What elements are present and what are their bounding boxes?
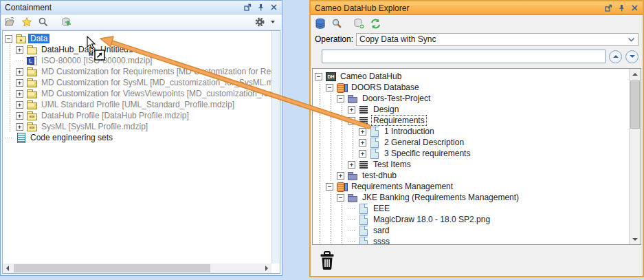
tree-row[interactable]: +1 Introduction — [315, 126, 641, 137]
tree-label[interactable]: UML Standard Profile [UML_Standard_Profi… — [39, 100, 236, 109]
search-down-button[interactable] — [625, 50, 639, 63]
tree-row[interactable]: +MD Customization for ViewsViewpoints [M… — [5, 88, 280, 99]
tree-label[interactable]: JKE Banking (Requirements Management) — [360, 193, 521, 202]
search-up-button[interactable] — [609, 50, 622, 63]
tree-row[interactable]: +MD Customization for SysML [MD_customiz… — [5, 77, 280, 88]
tree-label[interactable]: 3 Specific requirements — [382, 149, 472, 158]
tree-row[interactable]: ssss — [315, 236, 641, 245]
tree-row[interactable]: sard — [315, 225, 641, 236]
tree-label[interactable]: test-dhub — [360, 171, 399, 180]
expander-minus-icon[interactable]: − — [326, 183, 333, 191]
horizontal-scrollbar[interactable] — [3, 263, 271, 273]
search-icon[interactable] — [36, 16, 50, 28]
tree-row[interactable]: +DataHub Profile [DataHub Profile.mdzip] — [5, 110, 280, 121]
tree-label[interactable]: SysML [SysML Profile.mdzip] — [39, 122, 150, 131]
tree-label[interactable]: ssss — [371, 237, 392, 245]
tree-label[interactable]: ISO-80000 [ISO-80000.mdzip] — [39, 56, 154, 65]
tree-label[interactable]: Test Items — [371, 160, 413, 169]
tree-row[interactable]: +test-dhub — [315, 170, 641, 181]
tree-label[interactable]: Design — [371, 105, 401, 114]
tree-label[interactable]: DOORS Database — [349, 83, 421, 92]
tree-row[interactable]: ISO-80000 [ISO-80000.mdzip] — [5, 55, 280, 66]
tree-label[interactable]: Code engineering sets — [28, 133, 115, 142]
tree-label[interactable]: Requirements Management — [349, 182, 455, 191]
tree-row[interactable]: +Test Items — [315, 159, 641, 170]
tree-row[interactable]: −Requirements — [315, 115, 641, 126]
tree-row[interactable]: −JKE Banking (Requirements Management) — [315, 192, 641, 203]
operation-dropdown[interactable]: Copy Data with Sync — [356, 33, 639, 46]
tree-label[interactable]: MD Customization for SysML [MD_customiza… — [39, 78, 280, 87]
expander-plus-icon[interactable]: + — [359, 128, 366, 136]
gear-menu-caret-icon[interactable] — [269, 16, 276, 28]
expander-minus-icon[interactable]: − — [337, 95, 344, 103]
expander-minus-icon[interactable]: − — [337, 194, 344, 202]
vertical-scrollbar-track[interactable] — [271, 31, 280, 263]
expander-plus-icon[interactable]: + — [16, 90, 23, 98]
search-input[interactable] — [322, 50, 606, 63]
tree-label[interactable]: DataHub Profile [DataHub Profile.mdzip] — [39, 111, 191, 120]
tree-row[interactable]: EEE — [315, 203, 641, 214]
expander-plus-icon[interactable]: + — [16, 112, 23, 120]
tree-row[interactable]: +DataHub_Data_Untitled1 — [5, 44, 280, 55]
tree-row[interactable]: MagicDraw 18.0 - 18.0 SP2.png — [315, 214, 641, 225]
expander-minus-icon[interactable]: − — [326, 84, 333, 91]
scroll-down-icon[interactable] — [630, 234, 641, 244]
tree-row[interactable]: +2 General Description — [315, 137, 641, 148]
tree-label[interactable]: Cameo DataHub — [338, 72, 403, 81]
vertical-scrollbar[interactable] — [629, 69, 641, 244]
expander-plus-icon[interactable]: + — [348, 106, 355, 114]
gear-icon[interactable] — [253, 16, 267, 28]
scroll-up-icon[interactable] — [630, 69, 641, 79]
tree-label[interactable]: Requirements — [371, 115, 427, 126]
scrollbar-thumb[interactable] — [14, 264, 210, 272]
scroll-left-icon[interactable] — [3, 263, 12, 273]
datahub-database-icon[interactable] — [313, 17, 327, 30]
tree-row[interactable]: Code engineering sets — [5, 132, 280, 143]
tree-label[interactable]: sard — [371, 226, 391, 235]
pin-icon[interactable] — [255, 3, 266, 12]
open-project-icon[interactable] — [3, 16, 17, 28]
tree-row[interactable]: −Cameo DataHub — [315, 71, 641, 82]
float-icon[interactable] — [242, 3, 253, 12]
expander-plus-icon[interactable]: + — [16, 123, 23, 131]
tree-row[interactable]: +UML Standard Profile [UML_Standard_Prof… — [5, 99, 280, 110]
scrollbar-thumb[interactable] — [630, 80, 640, 129]
tree-row[interactable]: +3 Specific requirements — [315, 148, 641, 159]
close-icon[interactable] — [629, 3, 640, 13]
refresh-icon[interactable] — [368, 17, 382, 30]
expander-plus-icon[interactable]: + — [348, 161, 355, 169]
tree-label[interactable]: Data — [28, 34, 49, 43]
tree-label[interactable]: 2 General Description — [382, 138, 466, 147]
expander-minus-icon[interactable]: − — [348, 117, 355, 125]
expander-plus-icon[interactable]: + — [16, 46, 23, 54]
scroll-right-icon[interactable] — [262, 263, 271, 273]
tree-label[interactable]: MagicDraw 18.0 - 18.0 SP2.png — [371, 215, 492, 224]
float-icon[interactable] — [603, 3, 614, 13]
tree-label[interactable]: DataHub_Data_Untitled1 — [39, 45, 135, 54]
add-data-source-icon[interactable] — [352, 17, 366, 30]
tree-row[interactable]: −Data — [5, 33, 280, 44]
search-icon[interactable] — [330, 17, 344, 30]
datahub-sync-icon[interactable] — [60, 16, 74, 28]
tree-row[interactable]: −DOORS Database — [315, 82, 641, 93]
tree-row[interactable]: +MD Customization for Requirements [MD C… — [5, 66, 280, 77]
expander-plus-icon[interactable]: + — [16, 101, 23, 109]
expander-plus-icon[interactable]: + — [16, 79, 23, 87]
close-icon[interactable] — [268, 3, 279, 12]
expander-plus-icon[interactable]: + — [337, 172, 344, 180]
trash-icon[interactable] — [319, 251, 335, 272]
tree-label[interactable]: MD Customization for ViewsViewpoints [MD… — [39, 89, 280, 98]
expander-plus-icon[interactable]: + — [16, 68, 23, 76]
tree-label[interactable]: MD Customization for Requirements [MD Cu… — [39, 67, 280, 76]
tree-label[interactable]: 1 Introduction — [382, 127, 436, 136]
tree-row[interactable]: +SysML [SysML Profile.mdzip] — [5, 121, 280, 132]
tree-row[interactable]: +Design — [315, 104, 641, 115]
expander-plus-icon[interactable]: + — [359, 150, 366, 158]
pin-icon[interactable] — [616, 3, 627, 13]
expander-minus-icon[interactable]: − — [5, 35, 12, 43]
favorites-star-icon[interactable] — [20, 16, 34, 28]
tree-row[interactable]: −Requirements Management — [315, 181, 641, 192]
expander-plus-icon[interactable]: + — [359, 139, 366, 147]
tree-label[interactable]: EEE — [371, 204, 392, 213]
tree-row[interactable]: −Doors-Test-Project — [315, 93, 641, 104]
